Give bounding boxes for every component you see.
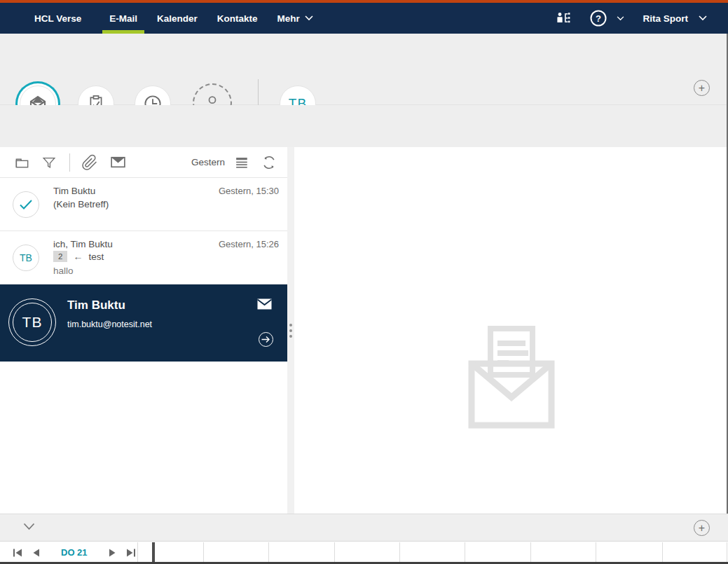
empty-state-envelope-illustration (459, 319, 564, 429)
open-contact-arrow-icon[interactable] (259, 332, 273, 347)
toolbar-divider (69, 153, 70, 172)
reply-arrow-icon: ← (73, 251, 83, 262)
toolbar-right: Gestern (191, 154, 277, 171)
timeline-navigation: DO 21 (13, 547, 136, 558)
mail-sender: Tim Buktu (53, 186, 95, 196)
tab-kontakte[interactable]: Kontakte (207, 3, 268, 34)
mail-time: Gestern, 15:30 (219, 186, 279, 196)
mail-preview: hallo (53, 266, 74, 276)
app-launcher-row: TB + − (0, 34, 728, 105)
next-day-icon[interactable] (109, 549, 116, 557)
calendar-bar: + (0, 514, 728, 541)
read-checkmark-avatar[interactable] (13, 191, 39, 218)
conversation-view-icon[interactable] (233, 155, 249, 170)
timeline-grid-line (334, 542, 335, 562)
selected-contact-card[interactable]: TB Tim Buktu tim.buktu@notesit.net (0, 284, 287, 362)
timeline-grid-line (596, 542, 596, 562)
add-event-button[interactable]: + (694, 520, 710, 536)
contact-email: tim.buktu@notesit.net (67, 319, 152, 329)
tab-email[interactable]: E-Mail (99, 3, 147, 34)
top-navbar: HCL Verse E-Mail Kalender Kontakte Mehr (0, 3, 728, 34)
hcl-verse-app: HCL Verse E-Mail Kalender Kontakte Mehr (0, 0, 728, 564)
pane-splitter[interactable] (287, 147, 294, 514)
refresh-icon[interactable] (261, 154, 277, 171)
timeline-grid-line (268, 542, 269, 562)
chevron-down-icon (617, 16, 624, 21)
timeline-grid-line (137, 542, 138, 562)
help-icon: ? (589, 9, 607, 27)
people-orgchart-icon[interactable] (556, 11, 571, 26)
brand-label: HCL Verse (34, 13, 81, 24)
attachment-filter-icon[interactable] (81, 154, 98, 171)
contact-card-avatar: TB (8, 298, 56, 346)
brand-hcl-verse[interactable]: HCL Verse (25, 3, 99, 34)
sender-initials-avatar[interactable]: TB (13, 245, 39, 271)
timeline-grid-line (203, 542, 204, 562)
menu-mehr[interactable]: Mehr (268, 3, 323, 34)
main-content: Gestern (0, 147, 728, 514)
tab-kalender[interactable]: Kalender (147, 3, 207, 34)
contact-name: Tim Buktu (67, 298, 125, 312)
mail-time: Gestern, 15:26 (219, 239, 279, 249)
menu-mehr-label: Mehr (277, 13, 300, 24)
zoom-in-button[interactable]: + (694, 80, 710, 96)
filter-icon[interactable] (41, 155, 57, 170)
timeline-grid-line (530, 542, 531, 562)
chevron-down-icon (699, 15, 707, 21)
send-mail-icon[interactable] (257, 298, 272, 310)
chevron-down-icon (305, 15, 313, 21)
user-menu[interactable]: Rita Sport (643, 13, 707, 24)
tab-kontakte-label: Kontakte (217, 13, 258, 24)
avatar-initials-text: TB (22, 314, 43, 331)
timeline-grid-line (399, 542, 400, 562)
mail-subject: test (88, 252, 104, 262)
skip-back-icon[interactable] (13, 549, 22, 557)
navbar-left: HCL Verse E-Mail Kalender Kontakte Mehr (0, 3, 323, 34)
splitter-handle-icon (289, 324, 292, 338)
tab-email-label: E-Mail (109, 13, 137, 24)
skip-forward-icon[interactable] (126, 549, 136, 557)
navbar-right: ? Rita Sport (556, 9, 728, 27)
mail-list-item[interactable]: Tim Buktu (Kein Betreff) Gestern, 15:30 (0, 178, 287, 231)
svg-text:?: ? (596, 13, 602, 24)
mini-calendar-timeline: DO 21 (0, 541, 728, 564)
help-menu[interactable]: ? (589, 9, 624, 27)
mail-sender: ich, Tim Buktu (53, 239, 113, 249)
mail-list-toolbar: Gestern (0, 147, 287, 178)
timeline-grid-line (662, 542, 663, 562)
mail-list-pane: Gestern (0, 147, 287, 514)
action-row: Verfassen (0, 105, 728, 147)
current-day-label[interactable]: DO 21 (61, 547, 88, 558)
reading-pane (294, 147, 728, 514)
mail-list-item[interactable]: TB ich, Tim Buktu 2 ← test hallo Gestern… (0, 231, 287, 284)
conversation-count-badge: 2 (53, 251, 67, 262)
user-name-label: Rita Sport (643, 13, 688, 24)
previous-day-icon[interactable] (32, 549, 40, 557)
timeline-grid-line (465, 542, 465, 562)
timeline-grid-line (727, 542, 727, 562)
unread-filter-icon[interactable] (109, 153, 127, 171)
current-time-indicator (152, 542, 155, 562)
mail-subject-line: 2 ← test (53, 251, 104, 262)
folder-icon[interactable] (14, 154, 30, 170)
expand-calendar-chevron-down[interactable] (23, 523, 35, 530)
avatar-initials: TB (20, 252, 32, 263)
avatar-initials: TB (13, 303, 52, 342)
group-by-date-label: Gestern (191, 157, 225, 167)
tab-kalender-label: Kalender (157, 13, 198, 24)
mail-subject: (Kein Betreff) (53, 199, 109, 209)
